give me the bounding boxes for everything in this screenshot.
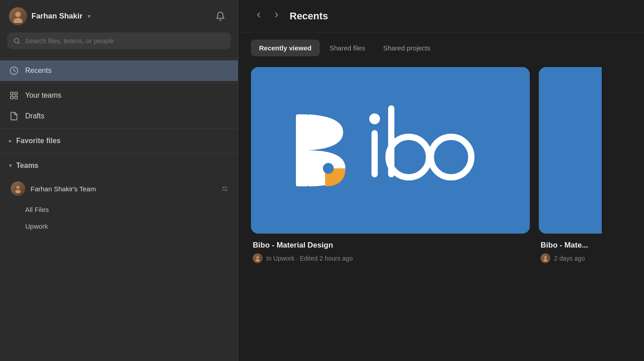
favorite-files-section[interactable]: ▸ Favorite files: [0, 131, 238, 151]
favorite-files-arrow: ▸: [9, 138, 12, 144]
back-button[interactable]: [251, 9, 266, 23]
team-settings-icon[interactable]: [221, 185, 229, 193]
avatar: [9, 7, 27, 25]
card-bibo-2[interactable]: 9:41 Bibo - Mate... 2 days ago: [539, 67, 602, 361]
tab-recently-viewed[interactable]: Recently viewed: [251, 40, 320, 56]
card-2-info: Bibo - Mate... 2 days ago: [539, 241, 602, 263]
team-item-farhan[interactable]: Farhan Shakir's Team: [0, 176, 238, 201]
card-2-meta: 2 days ago: [541, 253, 600, 263]
divider-1: [0, 58, 238, 59]
user-name: Farhan Shakir: [31, 12, 82, 21]
search-icon: [13, 37, 20, 45]
teams-arrow: ▾: [9, 162, 12, 169]
your-teams-label: Your teams: [25, 91, 61, 99]
avatar-image: [9, 7, 27, 25]
svg-point-20: [389, 137, 429, 177]
svg-line-3: [18, 42, 20, 43]
card-2-thumbnail: 9:41: [539, 67, 602, 234]
svg-point-24: [544, 256, 547, 259]
svg-point-9: [17, 186, 20, 189]
card-2-title: Bibo - Mate...: [541, 241, 600, 250]
tab-shared-projects[interactable]: Shared projects: [375, 40, 438, 56]
svg-point-0: [15, 12, 21, 17]
svg-rect-7: [15, 96, 18, 99]
svg-point-17: [369, 113, 380, 124]
user-menu-chevron: ▾: [88, 13, 90, 19]
card-1-thumbnail: [251, 67, 530, 234]
team-sub-item-upwork[interactable]: Upwork: [0, 218, 238, 235]
card-1-avatar: [253, 253, 263, 263]
team-sub-item-all-files[interactable]: All Files: [0, 201, 238, 218]
card-1-info: Bibo - Material Design In Upwork · Edite…: [251, 241, 530, 263]
search-box[interactable]: [7, 32, 231, 49]
card-1-meta-text: In Upwork · Edited 2 hours ago: [266, 255, 353, 262]
draft-icon: [9, 112, 19, 121]
tab-shared-files[interactable]: Shared files: [322, 40, 373, 56]
svg-point-16: [323, 163, 334, 174]
page-title: Recents: [290, 10, 328, 22]
svg-rect-6: [15, 92, 18, 95]
teams-section-header[interactable]: ▾ Teams: [0, 155, 238, 176]
card-bibo-1[interactable]: Bibo - Material Design In Upwork · Edite…: [251, 67, 530, 361]
team-avatar: [11, 181, 25, 196]
search-container: [0, 32, 238, 56]
team-name: Farhan Shakir's Team: [31, 185, 96, 193]
bell-icon: [215, 11, 225, 21]
svg-point-13: [223, 187, 224, 188]
nav-arrows: [251, 9, 284, 23]
svg-point-25: [543, 259, 548, 262]
all-files-label: All Files: [25, 206, 49, 213]
forward-button[interactable]: [269, 9, 284, 23]
sidebar-item-recents[interactable]: Recents: [0, 60, 238, 81]
teams-icon: [9, 91, 19, 100]
svg-rect-15: [296, 114, 309, 186]
card-2-avatar: [541, 253, 550, 263]
svg-point-14: [226, 190, 227, 191]
cards-container: Bibo - Material Design In Upwork · Edite…: [238, 67, 644, 361]
divider-3: [0, 128, 238, 129]
topbar: Recents: [238, 0, 644, 32]
bibo-logo-wrapper: [251, 67, 530, 234]
svg-rect-5: [11, 92, 13, 95]
sidebar: Farhan Shakir ▾ Recents: [0, 0, 238, 361]
svg-point-21: [431, 137, 471, 177]
card-1-meta: In Upwork · Edited 2 hours ago: [253, 253, 528, 263]
sidebar-header: Farhan Shakir ▾: [0, 0, 238, 32]
bibo-logo-svg: [287, 105, 494, 195]
svg-point-1: [13, 18, 22, 23]
divider-2: [0, 83, 238, 83]
clock-icon: [9, 66, 19, 75]
tab-recently-viewed-label: Recently viewed: [259, 44, 312, 52]
upwork-label: Upwork: [25, 222, 48, 230]
svg-point-10: [15, 190, 21, 193]
svg-rect-18: [371, 130, 378, 177]
user-info[interactable]: Farhan Shakir ▾: [9, 7, 90, 25]
tab-shared-files-label: Shared files: [330, 44, 365, 52]
teams-section: ▾ Teams Farhan Shakir's Team: [0, 155, 238, 361]
sidebar-item-your-teams[interactable]: Your teams: [0, 85, 238, 106]
recents-label: Recents: [25, 67, 52, 75]
tab-bar: Recently viewed Shared files Shared proj…: [238, 40, 644, 56]
svg-rect-8: [11, 96, 13, 99]
drafts-label: Drafts: [25, 112, 45, 120]
sidebar-item-drafts[interactable]: Drafts: [0, 106, 238, 126]
svg-point-22: [256, 256, 259, 259]
notifications-button[interactable]: [212, 8, 229, 25]
search-input[interactable]: [25, 37, 224, 45]
teams-label: Teams: [16, 162, 39, 170]
tab-shared-projects-label: Shared projects: [383, 44, 430, 52]
main-content: Recents Recently viewed Shared files Sha…: [238, 0, 644, 361]
chevron-right-icon: [273, 11, 281, 19]
card-2-meta-text: 2 days ago: [554, 255, 585, 262]
favorite-files-label: Favorite files: [16, 137, 61, 145]
chevron-left-icon: [255, 11, 263, 19]
card-1-title: Bibo - Material Design: [253, 241, 528, 250]
team-item-left: Farhan Shakir's Team: [11, 181, 96, 196]
divider-4: [0, 153, 238, 153]
svg-point-23: [255, 259, 260, 262]
